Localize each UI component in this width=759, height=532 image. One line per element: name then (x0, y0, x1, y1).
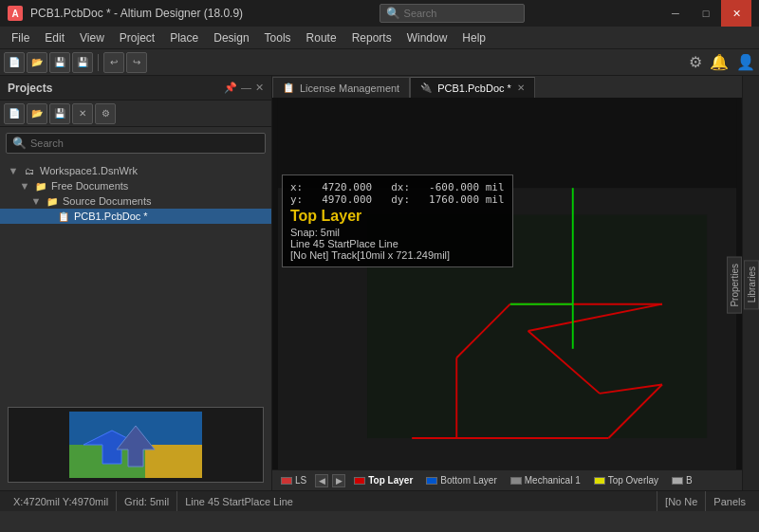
statusbar: X:4720mil Y:4970mil Grid: 5mil Line 45 S… (0, 490, 759, 511)
panel-pin-icon[interactable]: 📌 (224, 82, 237, 94)
panels-btn[interactable]: Panels (713, 496, 746, 507)
panel-header: Projects 📌 — ✕ (0, 76, 271, 101)
titlebar-search-input[interactable] (404, 8, 518, 19)
tree-pcb-file[interactable]: 📋 PCB1.PcbDoc * (0, 209, 271, 224)
panel-close-btn[interactable]: ✕ (72, 103, 93, 124)
tree-workspace[interactable]: ▼ 🗂 Workspace1.DsnWrk (0, 163, 271, 178)
minimize-button[interactable]: ─ (660, 0, 691, 27)
layer-next-btn[interactable]: ▶ (332, 474, 345, 487)
freedocs-expander: ▼ (19, 180, 30, 192)
workspace-label: Workspace1.DsnWrk (40, 165, 138, 176)
status-text: Line 45 StartPlace Line (185, 496, 293, 507)
tab-pcb[interactable]: 🔌 PCB1.PcbDoc * ✕ (410, 77, 535, 98)
top-overlay-chip[interactable]: Top Overlay (589, 474, 663, 486)
menu-item-place[interactable]: Place (162, 27, 206, 49)
menu-item-window[interactable]: Window (399, 27, 455, 49)
titlebar: A PCB1.PcbDoc * - Altium Designer (18.0.… (0, 0, 759, 27)
tab-bar: 📋 License Management 🔌 PCB1.PcbDoc * ✕ (272, 76, 742, 99)
new-btn[interactable]: 📄 (4, 52, 25, 73)
pcb-tab-close[interactable]: ✕ (517, 83, 525, 93)
mechanical-layer-chip[interactable]: Mechanical 1 (506, 474, 585, 486)
preview-area (8, 407, 264, 483)
y-label: y: (290, 193, 303, 206)
panel-save-btn[interactable]: 💾 (49, 103, 70, 124)
toolbar: 📄 📂 💾 💾 ↩ ↪ ⚙ 🔔 👤 (0, 49, 759, 76)
save-btn[interactable]: 💾 (49, 52, 70, 73)
pcb-tab-label: PCB1.PcbDoc * (437, 83, 511, 94)
sidebar-tab-properties[interactable]: Properties (727, 257, 742, 314)
net-text: [No Ne (665, 496, 697, 507)
dy-value: 1760.000 mil (429, 193, 504, 206)
panel-toolbar: 📄 📂 💾 ✕ ⚙ (0, 101, 271, 127)
coords-text: X:4720mil Y:4970mil (13, 496, 108, 507)
save-all-btn[interactable]: 💾 (72, 52, 93, 73)
app-title: PCB1.PcbDoc * - Altium Designer (18.0.9) (30, 7, 243, 20)
bottom-layer-label: Bottom Layer (440, 475, 496, 486)
source-folder-icon: 📁 (46, 196, 59, 207)
pcb-tooltip: x: 4720.000 dx: -600.000 mil y: 4970.000… (282, 174, 513, 267)
menubar: FileEditViewProjectPlaceDesignToolsRoute… (0, 27, 759, 49)
menu-item-reports[interactable]: Reports (344, 27, 399, 49)
menu-item-edit[interactable]: Edit (37, 27, 72, 49)
titlebar-search[interactable]: 🔍 (380, 4, 525, 23)
menu-item-route[interactable]: Route (299, 27, 344, 49)
panel-open-btn[interactable]: 📂 (27, 103, 47, 124)
right-sidebar: Libraries Properties (742, 76, 759, 490)
menu-item-tools[interactable]: Tools (257, 27, 299, 49)
tooltip-info2: [No Net] Track[10mil x 721.249mil] (290, 249, 505, 261)
toolbar-right: ⚙ 🔔 👤 (689, 53, 755, 71)
coord-line-y: y: 4970.000 dy: 1760.000 mil (290, 193, 505, 206)
x-label: x: (290, 181, 303, 193)
redo-btn[interactable]: ↪ (126, 52, 147, 73)
free-docs-label: Free Documents (51, 180, 128, 192)
b-layer-chip[interactable]: B (667, 474, 697, 486)
top-layer-chip[interactable]: Top Layer (349, 474, 417, 486)
preview-svg (69, 412, 202, 478)
layer-prev-btn[interactable]: ◀ (315, 474, 328, 487)
notifications-icon[interactable]: 🔔 (710, 53, 729, 71)
sep1 (98, 54, 99, 71)
top-layer-label: Top Layer (368, 475, 413, 486)
window-controls: ─ □ ✕ (660, 0, 751, 27)
panel-new-btn[interactable]: 📄 (4, 103, 25, 124)
menu-item-view[interactable]: View (72, 27, 112, 49)
layer-bar: LS ◀ ▶ Top Layer Bottom Layer Mechanical… (272, 469, 742, 490)
settings-icon[interactable]: ⚙ (689, 53, 702, 71)
search-input[interactable] (30, 138, 259, 149)
tree-source-docs[interactable]: ▼ 📁 Source Documents (0, 193, 271, 209)
search-bar[interactable]: 🔍 (6, 133, 266, 154)
undo-btn[interactable]: ↩ (103, 52, 124, 73)
bottom-layer-chip[interactable]: Bottom Layer (421, 474, 501, 486)
mechanical-layer-label: Mechanical 1 (525, 475, 581, 486)
menu-item-design[interactable]: Design (206, 27, 256, 49)
panel-settings-btn[interactable]: ⚙ (95, 103, 116, 124)
panels-section[interactable]: Panels (706, 491, 753, 511)
folder-icon: 📁 (34, 181, 47, 192)
sidebar-tab-libraries[interactable]: Libraries (744, 260, 759, 309)
open-btn[interactable]: 📂 (27, 52, 47, 73)
dx-label: dx: (391, 181, 410, 193)
pcb-drawing-svg (272, 99, 742, 469)
tooltip-snap: Snap: 5mil (290, 227, 505, 238)
panel-minimize-icon[interactable]: — (241, 82, 251, 94)
tooltip-layer-name: Top Layer (290, 208, 505, 225)
menu-item-project[interactable]: Project (112, 27, 162, 49)
pcb-canvas[interactable]: x: 4720.000 dx: -600.000 mil y: 4970.000… (272, 99, 742, 469)
status-coords: X:4720mil Y:4970mil (6, 491, 117, 511)
ls-color (281, 477, 292, 485)
menu-item-file[interactable]: File (4, 27, 37, 49)
tree-free-docs[interactable]: ▼ 📁 Free Documents (0, 178, 271, 193)
y-value: 4970.000 (322, 193, 372, 206)
left-panel: Projects 📌 — ✕ 📄 📂 💾 ✕ ⚙ 🔍 ▼ 🗂 Workspace… (0, 76, 272, 490)
mechanical-layer-color (510, 477, 522, 485)
coord-line-x: x: 4720.000 dx: -600.000 mil (290, 181, 505, 193)
restore-button[interactable]: □ (691, 0, 721, 27)
workspace-expander: ▼ (8, 165, 19, 176)
panel-close-icon[interactable]: ✕ (255, 82, 264, 94)
user-icon[interactable]: 👤 (736, 53, 755, 71)
ls-chip[interactable]: LS (276, 474, 311, 486)
top-layer-color (354, 477, 365, 485)
tab-license[interactable]: 📋 License Management (272, 77, 410, 98)
menu-item-help[interactable]: Help (454, 27, 493, 49)
close-button[interactable]: ✕ (721, 0, 751, 27)
